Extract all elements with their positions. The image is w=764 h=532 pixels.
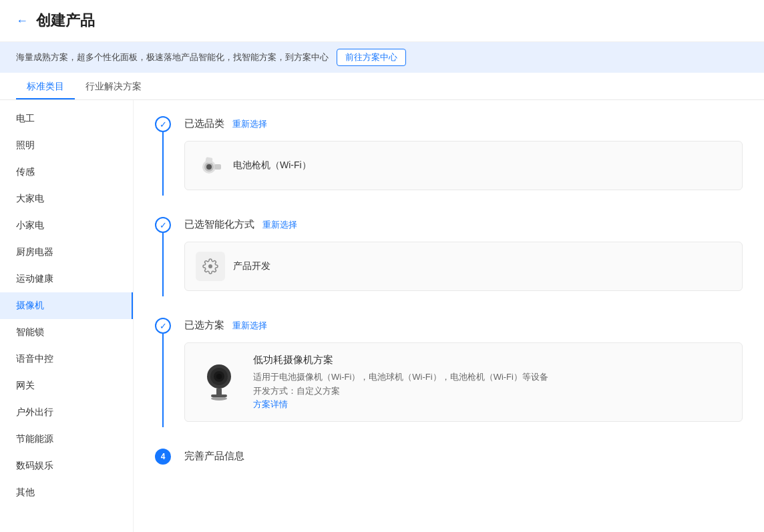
solution-desc1: 适用于电池摄像机（Wi-Fi），电池球机（Wi-Fi），电池枪机（Wi-Fi）等… xyxy=(253,370,731,384)
bullet-camera-icon xyxy=(197,152,224,179)
step3-line xyxy=(162,334,164,427)
page-title: 创建产品 xyxy=(36,11,95,31)
main-layout: 电工 照明 传感 大家电 小家电 厨房电器 运动健康 摄像机 智能锁 语音中控 … xyxy=(0,100,764,532)
step1-body: 已选品类 重新选择 电池枪机（Wi-Fi） xyxy=(184,116,743,196)
step3-reselect[interactable]: 重新选择 xyxy=(232,320,267,332)
sidebar-item-outdoor[interactable]: 户外出行 xyxy=(0,399,133,426)
step2-title: 已选智能化方式 xyxy=(184,218,254,231)
step3-header: 已选方案 重新选择 xyxy=(184,319,743,332)
sidebar-item-major-appliance[interactable]: 大家电 xyxy=(0,186,133,212)
back-button[interactable]: ← xyxy=(16,14,28,28)
step2: 已选智能化方式 重新选择 产品开发 xyxy=(155,217,743,296)
step2-line xyxy=(162,233,164,296)
step2-reselect[interactable]: 重新选择 xyxy=(262,219,297,231)
sidebar-item-gateway[interactable]: 网关 xyxy=(0,372,133,399)
solution-detail-link[interactable]: 方案详情 xyxy=(253,398,731,411)
step3-body: 已选方案 重新选择 xyxy=(184,318,743,427)
solution-camera-icon xyxy=(198,356,240,405)
solution-title: 低功耗摄像机方案 xyxy=(253,354,731,366)
banner: 海量成熟方案，超多个性化面板，极速落地产品智能化，找智能方案，到方案中心 前往方… xyxy=(0,42,764,73)
step3: 已选方案 重新选择 xyxy=(155,318,743,427)
step1-line xyxy=(162,132,164,196)
step2-circle xyxy=(155,217,171,233)
sidebar-item-camera[interactable]: 摄像机 xyxy=(0,292,133,319)
step2-card: 产品开发 xyxy=(184,242,743,291)
tabs: 标准类目 行业解决方案 xyxy=(0,73,764,100)
sidebar-item-small-appliance[interactable]: 小家电 xyxy=(0,212,133,239)
solution-desc2: 开发方式：自定义方案 xyxy=(253,384,731,398)
sidebar-item-lighting[interactable]: 照明 xyxy=(0,132,133,159)
svg-point-2 xyxy=(206,164,212,170)
step4-title: 完善产品信息 xyxy=(184,450,244,463)
step2-item-name: 产品开发 xyxy=(233,260,270,272)
step1-circle xyxy=(155,116,171,132)
sidebar-item-electrician[interactable]: 电工 xyxy=(0,105,133,132)
svg-point-11 xyxy=(211,396,227,401)
step1-item-name: 电池枪机（Wi-Fi） xyxy=(233,160,311,172)
solution-card: 低功耗摄像机方案 适用于电池摄像机（Wi-Fi），电池球机（Wi-Fi），电池枪… xyxy=(184,342,743,422)
step1-title: 已选品类 xyxy=(184,117,224,130)
sidebar-item-voice-control[interactable]: 语音中控 xyxy=(0,346,133,372)
sidebar-item-sensor[interactable]: 传感 xyxy=(0,159,133,186)
sidebar-item-sports[interactable]: 运动健康 xyxy=(0,266,133,292)
gear-icon xyxy=(202,258,218,274)
step1-header: 已选品类 重新选择 xyxy=(184,117,743,130)
sidebar-item-kitchen[interactable]: 厨房电器 xyxy=(0,239,133,266)
sidebar-item-energy[interactable]: 节能能源 xyxy=(0,426,133,453)
sidebar-item-smart-lock[interactable]: 智能锁 xyxy=(0,319,133,346)
tab-industry[interactable]: 行业解决方案 xyxy=(75,73,152,99)
step1-card: 电池枪机（Wi-Fi） xyxy=(184,141,743,190)
sidebar-item-other[interactable]: 其他 xyxy=(0,479,133,506)
gear-icon-container xyxy=(196,252,225,281)
step3-indicator xyxy=(155,318,171,427)
content-area: 已选品类 重新选择 电池枪机（Wi-Fi） xyxy=(134,100,764,532)
sidebar: 电工 照明 传感 大家电 小家电 厨房电器 运动健康 摄像机 智能锁 语音中控 … xyxy=(0,100,134,532)
banner-text: 海量成熟方案，超多个性化面板，极速落地产品智能化，找智能方案，到方案中心 xyxy=(16,51,329,63)
step1: 已选品类 重新选择 电池枪机（Wi-Fi） xyxy=(155,116,743,196)
step4-circle: 4 xyxy=(155,449,171,465)
step1-reselect[interactable]: 重新选择 xyxy=(232,118,267,130)
camera-icon-container xyxy=(196,151,225,180)
step4: 4 完善产品信息 xyxy=(155,449,743,465)
step2-body: 已选智能化方式 重新选择 产品开发 xyxy=(184,217,743,296)
page-header: ← 创建产品 xyxy=(0,0,764,42)
solution-center-button[interactable]: 前往方案中心 xyxy=(337,49,406,66)
step2-indicator xyxy=(155,217,171,296)
step2-header: 已选智能化方式 重新选择 xyxy=(184,218,743,231)
sidebar-item-digital[interactable]: 数码娱乐 xyxy=(0,453,133,479)
step3-title: 已选方案 xyxy=(184,319,224,332)
solution-info: 低功耗摄像机方案 适用于电池摄像机（Wi-Fi），电池球机（Wi-Fi），电池枪… xyxy=(253,354,731,411)
step3-circle xyxy=(155,318,171,334)
tab-standard[interactable]: 标准类目 xyxy=(16,73,75,99)
step1-indicator xyxy=(155,116,171,196)
svg-rect-9 xyxy=(216,388,222,395)
svg-point-8 xyxy=(216,374,222,379)
svg-rect-3 xyxy=(214,164,221,170)
solution-image xyxy=(196,354,242,407)
